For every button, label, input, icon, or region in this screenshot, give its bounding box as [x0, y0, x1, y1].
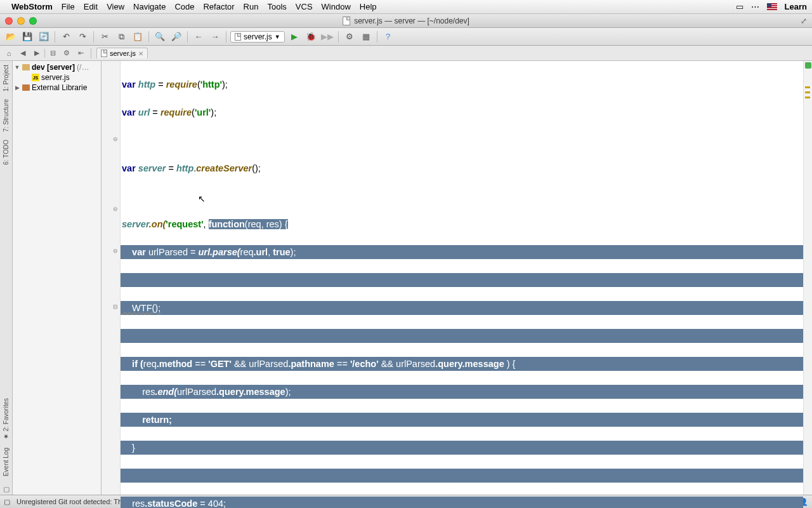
run-button[interactable]: ▶: [287, 30, 301, 43]
editor-tab-server[interactable]: server.js ✕: [96, 48, 148, 58]
library-icon: [22, 84, 30, 91]
menu-edit[interactable]: Edit: [84, 2, 98, 11]
nav-hide-icon[interactable]: ⇤: [74, 48, 87, 59]
nav-home-icon[interactable]: ⌂: [3, 48, 15, 59]
tree-external-libs[interactable]: ▶ External Librarie: [13, 83, 101, 93]
window-zoom-button[interactable]: [29, 17, 37, 25]
menu-navigate[interactable]: Navigate: [133, 2, 166, 11]
save-button[interactable]: 💾: [20, 30, 34, 43]
fullscreen-icon[interactable]: ▭: [736, 2, 743, 11]
project-tree[interactable]: ▼ dev [server] (/… JS server.js ▶ Extern…: [13, 61, 102, 495]
fold-end-icon[interactable]: ⊟: [113, 304, 118, 310]
window-titlebar: server.js — server — [~/node/dev] ⤢: [0, 14, 812, 28]
eventlog-tool-button[interactable]: Event Log: [3, 444, 10, 480]
tool-window-chooser-icon[interactable]: ▢: [2, 484, 11, 495]
project-structure-button[interactable]: ▦: [359, 30, 373, 43]
navigation-bar: ⌂ ◀ ▶ ⊟ ⚙ ⇤ server.js ✕: [0, 46, 812, 61]
nav-right-icon[interactable]: ▶: [30, 48, 43, 59]
code-area[interactable]: var http = require('http'); var url = re…: [121, 61, 803, 495]
tree-root-label: dev [server]: [32, 63, 75, 72]
nav-settings-icon[interactable]: ⚙: [60, 48, 73, 59]
editor-marker-strip[interactable]: [803, 61, 812, 495]
tree-root[interactable]: ▼ dev [server] (/…: [13, 62, 101, 72]
menu-extras-icon[interactable]: ⋯: [751, 2, 759, 11]
nav-back-button[interactable]: ←: [192, 30, 206, 43]
run-config-label: server.js: [244, 32, 272, 41]
tree-extlib-label: External Librarie: [32, 83, 87, 92]
menu-help[interactable]: Help: [360, 2, 377, 11]
menu-code[interactable]: Code: [174, 2, 194, 11]
find-button[interactable]: 🔍: [153, 30, 167, 43]
nav-left-icon[interactable]: ◀: [16, 48, 29, 59]
menu-file[interactable]: File: [62, 2, 75, 11]
js-file-icon: [101, 50, 107, 57]
input-source-flag-icon[interactable]: [767, 3, 777, 10]
nav-collapse-icon[interactable]: ⊟: [46, 48, 59, 59]
tab-close-icon[interactable]: ✕: [138, 50, 143, 57]
cut-button[interactable]: ✂: [98, 30, 112, 43]
menu-learn[interactable]: Learn: [785, 2, 807, 11]
editor-gutter[interactable]: ⊖ ⊖ ⊖ ⊟: [102, 61, 121, 495]
menu-vcs[interactable]: VCS: [296, 2, 313, 11]
js-file-icon: JS: [32, 74, 39, 81]
structure-tool-button[interactable]: 7: Structure: [3, 95, 10, 136]
paste-button[interactable]: 📋: [131, 30, 145, 43]
js-file-icon: [235, 33, 241, 41]
status-chooser-icon[interactable]: ▢: [4, 498, 10, 506]
window-close-button[interactable]: [5, 17, 13, 25]
tree-expand-icon[interactable]: ▼: [14, 64, 20, 70]
tree-expand-icon[interactable]: ▶: [14, 84, 20, 91]
fold-icon[interactable]: ⊖: [113, 206, 118, 212]
main-toolbar: 📂 💾 🔄 ↶ ↷ ✂ ⧉ 📋 🔍 🔎 ← → server.js ▼ ▶ 🐞 …: [0, 28, 812, 46]
chevron-down-icon: ▼: [275, 34, 280, 40]
settings-button[interactable]: ⚙: [343, 30, 357, 43]
favorites-tool-button[interactable]: ★2: Favorites: [3, 394, 10, 444]
run-config-selector[interactable]: server.js ▼: [230, 31, 285, 43]
left-tool-strip: 1: Project 7: Structure 6: TODO ★2: Favo…: [0, 61, 13, 495]
menu-tools[interactable]: Tools: [267, 2, 286, 11]
copy-button[interactable]: ⧉: [114, 30, 128, 43]
tree-root-path: (/…: [77, 63, 89, 72]
inspection-ok-icon[interactable]: [805, 62, 811, 69]
fold-icon[interactable]: ⊖: [113, 248, 118, 254]
window-expand-icon[interactable]: ⤢: [801, 17, 807, 25]
warning-marker[interactable]: [805, 97, 810, 98]
menu-view[interactable]: View: [107, 2, 124, 11]
sync-button[interactable]: 🔄: [37, 30, 51, 43]
window-title: server.js — server — [~/node/dev]: [354, 17, 469, 25]
warning-marker[interactable]: [805, 86, 810, 88]
redo-button[interactable]: ↷: [75, 30, 89, 43]
tree-file-label: server.js: [41, 73, 70, 82]
warning-marker[interactable]: [805, 91, 810, 93]
debug-button[interactable]: 🐞: [304, 30, 318, 43]
window-minimize-button[interactable]: [17, 17, 25, 25]
code-editor[interactable]: ⊖ ⊖ ⊖ ⊟ var http = require('http'); var …: [102, 61, 812, 495]
open-button[interactable]: 📂: [4, 30, 18, 43]
replace-button[interactable]: 🔎: [169, 30, 183, 43]
tree-file-server[interactable]: JS server.js: [13, 72, 101, 83]
nav-forward-button[interactable]: →: [208, 30, 222, 43]
menu-run[interactable]: Run: [244, 2, 259, 11]
macos-menubar: WebStorm File Edit View Navigate Code Re…: [0, 0, 812, 14]
help-button[interactable]: ?: [381, 30, 395, 43]
tab-label: server.js: [110, 50, 136, 57]
todo-tool-button[interactable]: 6: TODO: [3, 136, 10, 169]
stop-icon[interactable]: ▶▶: [320, 30, 334, 43]
menu-refactor[interactable]: Refactor: [203, 2, 234, 11]
fold-icon[interactable]: ⊖: [113, 136, 118, 142]
project-tool-button[interactable]: 1: Project: [3, 61, 10, 95]
file-icon: [343, 17, 350, 25]
app-name[interactable]: WebStorm: [11, 2, 53, 11]
undo-button[interactable]: ↶: [59, 30, 73, 43]
menu-window[interactable]: Window: [322, 2, 351, 11]
folder-icon: [22, 64, 30, 70]
